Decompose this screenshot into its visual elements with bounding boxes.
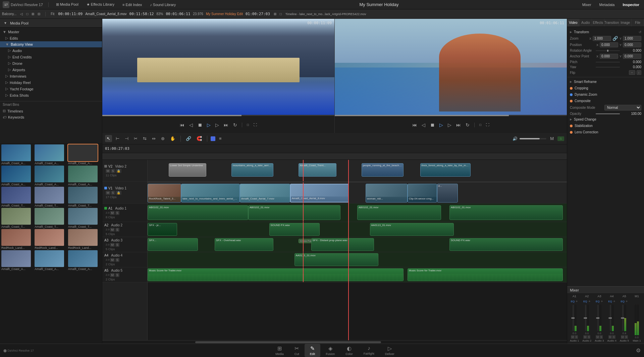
tab-image[interactable]: Image: [619, 19, 632, 27]
settings-icon[interactable]: ⚙: [636, 348, 641, 353]
clip-v1-d[interactable]: d...: [437, 184, 458, 203]
toolbar-btn-4[interactable]: ⊟: [37, 12, 41, 16]
program-progress-bar[interactable]: [335, 115, 567, 116]
a3-solo[interactable]: S: [115, 243, 119, 247]
nav-cut[interactable]: ✂ Cut: [289, 344, 305, 357]
thumb-item-12[interactable]: RedRock_Land...: [1, 229, 34, 250]
nav-fusion[interactable]: ◈ Fusion: [320, 344, 340, 357]
rotation-slider[interactable]: [596, 50, 620, 51]
clip-v2-mountains[interactable]: mountains_along_a_lake_aerial by Roma...: [231, 163, 273, 177]
nav-edit[interactable]: ✎ Edit: [305, 344, 321, 357]
clip-v1-clip04[interactable]: Clip-04-wexor-cmg...: [408, 184, 437, 203]
a3-mute[interactable]: M: [110, 243, 115, 247]
tab-video[interactable]: Video: [567, 19, 580, 27]
folder-balcony-view[interactable]: ▼ Balcony View: [0, 41, 102, 47]
mute-a3-btn[interactable]: M: [596, 335, 599, 339]
clip-v2-amalfi[interactable]: Amalfi_Coast_Trent...: [299, 163, 336, 177]
thumb-item-2[interactable]: Amalfi_Coast_A...: [68, 144, 101, 165]
thumb-item-14[interactable]: RedRock_Land...: [68, 229, 101, 250]
link-btn[interactable]: 🔗: [184, 135, 193, 142]
media-pool-btn[interactable]: ⊞Media Pool: [54, 2, 80, 7]
clip-a3-distant[interactable]: SFX - Distant prop plane.wav: [311, 238, 374, 251]
effects-library-btn[interactable]: ★Effects Library: [85, 2, 116, 7]
folder-master[interactable]: ▼ Master: [0, 29, 102, 35]
thumb-item-13[interactable]: RedRock_Land...: [35, 229, 67, 250]
trim-tool[interactable]: ⊢: [114, 135, 121, 142]
stabilization-header[interactable]: Stabilization: [567, 123, 644, 129]
eq-a3[interactable]: EQ: [596, 300, 600, 303]
slide-tool[interactable]: ⇔: [150, 135, 157, 142]
v1-lock[interactable]: 🔒: [116, 191, 121, 195]
dynamic-trim[interactable]: ⊣: [123, 135, 130, 142]
folder-interviews[interactable]: ▷ Interviews: [0, 73, 102, 79]
a1-solo[interactable]: S: [115, 211, 119, 215]
prg-to-start[interactable]: ⏮: [411, 122, 418, 128]
v2-solo[interactable]: S: [111, 169, 115, 173]
tab-audio[interactable]: Audio: [580, 19, 592, 27]
thumb-item-7[interactable]: Amalfi_Coast_T...: [35, 187, 67, 207]
select-tool[interactable]: ↖: [105, 135, 112, 142]
clip-v1-aerial8[interactable]: Amalfi_Coast_Aerial_8.mov: [290, 184, 349, 203]
clip-a1-main[interactable]: AB0102_01.mov: [148, 205, 248, 220]
folder-yacht-footage[interactable]: ▷ Yacht Footage: [0, 86, 102, 92]
anchor-x-input[interactable]: [600, 54, 618, 59]
a1-mute[interactable]: M: [110, 211, 115, 215]
tab-effects[interactable]: Effects: [592, 19, 604, 27]
folder-holiday-reel[interactable]: ▷ Holiday Reel: [0, 79, 102, 86]
edit-index-btn[interactable]: ≡Edit Index: [120, 2, 144, 7]
timeline-btn-2[interactable]: □: [279, 12, 283, 16]
sound-library-btn[interactable]: ♪Sound Library: [148, 2, 178, 7]
solo-a1-btn[interactable]: S: [575, 335, 578, 339]
v1-mute[interactable]: M: [106, 191, 110, 195]
fader-a1[interactable]: [573, 305, 574, 331]
timeline-ruler[interactable]: 1:00:16:00 1:00:20:00 1:00:24:00 1:00:28…: [102, 153, 567, 160]
src-to-start[interactable]: ⏮: [178, 122, 186, 128]
clip-a1-3[interactable]: AB0102_01.mov: [357, 205, 441, 220]
a5-mute[interactable]: M: [110, 273, 115, 277]
slip-tool[interactable]: ⇆: [141, 135, 148, 142]
a2-mute[interactable]: M: [110, 228, 115, 232]
prg-fullscreen[interactable]: ⛶: [485, 122, 491, 127]
prg-loop[interactable]: ↻: [464, 122, 471, 128]
clip-a2-sound[interactable]: SOUND FX.wav: [269, 223, 320, 236]
fader-a4[interactable]: [610, 305, 611, 331]
timeline-scrollbar[interactable]: [195, 341, 381, 343]
eq-a1-2[interactable]: ✧: [576, 300, 578, 303]
nav-fairlight[interactable]: ♪ Fairlight: [358, 344, 380, 357]
color-coding[interactable]: [211, 136, 215, 141]
thumb-item-10[interactable]: Amalfi_Coast_T...: [35, 208, 67, 228]
tab-file[interactable]: File: [632, 19, 644, 27]
zoom-link[interactable]: 🔗: [612, 36, 618, 41]
clip-v2-forest[interactable]: thick_forest_along_a_lake_by_the_mountai…: [420, 163, 471, 177]
speed-change-header[interactable]: ▶ Speed Change: [567, 116, 644, 123]
thumb-item-3[interactable]: Amalfi_Coast_A...: [1, 166, 34, 186]
src-loop[interactable]: ↻: [232, 122, 238, 128]
solo-a2-btn[interactable]: S: [587, 335, 590, 339]
toolbar-btn-1[interactable]: ◁: [19, 12, 24, 16]
thumb-item-15[interactable]: Amalfi_Coast_A...: [1, 250, 34, 271]
clip-a3-soundfx2[interactable]: SOUND FX.wav: [449, 238, 563, 251]
prg-stop[interactable]: ⏹: [429, 122, 436, 128]
inspector-btn[interactable]: Inspector: [621, 2, 641, 7]
v1-solo[interactable]: S: [111, 191, 115, 195]
folder-end-credits[interactable]: ▷ End Credits: [0, 54, 102, 60]
eq-a2-2[interactable]: ✧: [588, 300, 591, 303]
prg-play[interactable]: ▷: [438, 122, 444, 128]
thumb-item-17[interactable]: Amalfi_Coast_A...: [68, 250, 101, 271]
audio-mute[interactable]: M: [548, 135, 555, 142]
zoom-y-input[interactable]: [623, 36, 641, 41]
nav-deliver[interactable]: ▷ Deliver: [380, 344, 400, 357]
src-next-frame[interactable]: ▷: [214, 122, 220, 128]
prg-to-end[interactable]: ⏭: [455, 122, 462, 128]
keywords-item[interactable]: 🏷 Keywords: [0, 114, 102, 120]
src-stop[interactable]: ⏹: [196, 122, 204, 128]
clip-lower-third[interactable]: Lower 3rd Simple Underline: [169, 163, 207, 177]
eq-a4-2[interactable]: ✧: [613, 300, 615, 303]
src-aspect[interactable]: □: [246, 122, 250, 127]
thumb-item-6[interactable]: Amalfi_Coast_T...: [1, 187, 34, 207]
clip-a3-overhead[interactable]: SFX - Overhead.wav: [215, 238, 273, 251]
composite-mode-select[interactable]: Normal: [604, 105, 641, 110]
nav-color[interactable]: ◐ Color: [340, 344, 358, 357]
prg-next-frame[interactable]: ▷: [446, 122, 453, 128]
clip-v1-aerial7[interactable]: Amalfi_Coast_Aerial_7.mov: [240, 184, 290, 203]
